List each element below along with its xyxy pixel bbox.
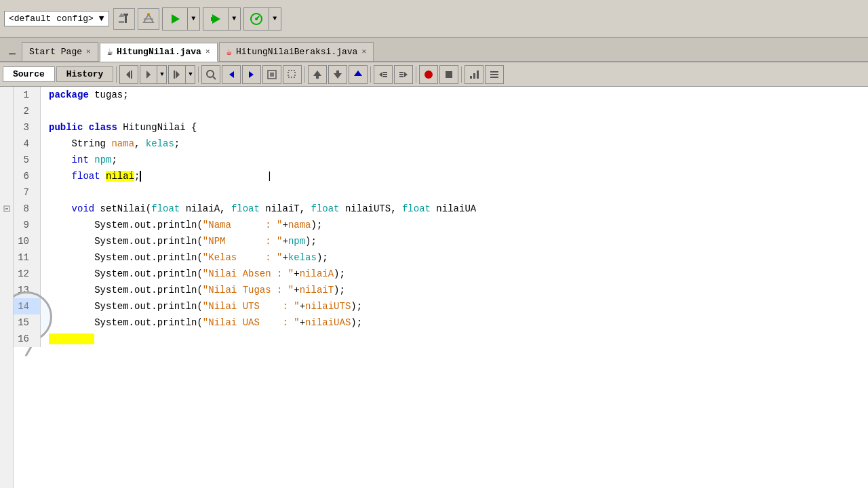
record-button[interactable]: [419, 65, 438, 84]
svg-rect-44: [5, 208, 8, 209]
svg-marker-1: [119, 13, 124, 17]
svg-rect-25: [336, 70, 339, 73]
code-line-6: 6 float nilai; |: [14, 168, 868, 184]
code-line-2: 2: [14, 103, 868, 119]
svg-point-35: [425, 70, 433, 79]
debug-button[interactable]: [203, 8, 228, 30]
code-line-11: 11 System.out.println("Kelas : "+kelas);: [14, 249, 868, 266]
svg-marker-12: [146, 70, 151, 79]
tab-start-page[interactable]: Start Page ✕: [22, 42, 98, 61]
code-line-10: 10 System.out.println("NPM : "+npm);: [14, 233, 868, 249]
editor-area: 1 package tugas; 2 3 public class Hitung…: [0, 87, 868, 488]
svg-rect-36: [446, 71, 452, 78]
code-line-4: 4 String nama, kelas;: [14, 136, 868, 152]
code-line-16: 16: [14, 331, 868, 347]
tab-hitungnilaiberaksi-icon: ☕: [226, 46, 232, 58]
code-line-15: 15 System.out.println("Nilai UAS : "+nil…: [14, 314, 868, 331]
left-gutter: [0, 87, 14, 488]
config-label: <default config>: [9, 14, 94, 24]
config-dropdown[interactable]: <default config> ▼: [4, 11, 109, 26]
code-line-12: 12 System.out.println("Nilai Absen : "+n…: [14, 266, 868, 282]
run-button[interactable]: [163, 8, 187, 30]
source-tab[interactable]: Source: [3, 66, 55, 82]
code-line-8: 8 void setNilai(float nilaiA, float nila…: [14, 201, 868, 217]
svg-rect-39: [477, 70, 479, 79]
forward-button[interactable]: ▼: [168, 65, 195, 84]
svg-marker-6: [212, 14, 220, 24]
member-down-button[interactable]: [328, 65, 347, 84]
run-dropdown[interactable]: ▼: [187, 8, 199, 30]
chart-button[interactable]: [465, 65, 484, 84]
svg-rect-37: [470, 76, 472, 79]
tab-hitungnilaiberaksi[interactable]: ☕ HitungNilaiBeraksi.java ✕: [219, 42, 374, 61]
left-arrow-button[interactable]: [222, 65, 241, 84]
dropdown-arrow: ▼: [99, 14, 104, 24]
svg-marker-27: [379, 72, 382, 77]
toggle-button[interactable]: [262, 65, 281, 84]
svg-marker-17: [229, 71, 234, 78]
select-button[interactable]: [283, 65, 302, 84]
svg-rect-34: [399, 76, 403, 77]
svg-rect-30: [383, 76, 387, 77]
svg-marker-24: [334, 73, 342, 79]
svg-rect-3: [123, 14, 128, 16]
svg-rect-32: [399, 72, 403, 73]
tab-start-label: Start Page: [29, 47, 82, 57]
right-arrow-button[interactable]: [242, 65, 261, 84]
forward-split-button[interactable]: ▼: [140, 65, 167, 84]
collapse-panel-button[interactable]: —: [5, 47, 19, 61]
svg-rect-40: [490, 71, 498, 73]
sep3: [304, 66, 305, 83]
history-tab[interactable]: History: [56, 66, 114, 82]
clean-button[interactable]: [138, 8, 159, 30]
override-button[interactable]: [349, 65, 368, 84]
svg-rect-0: [119, 21, 124, 23]
tab-hitungnilai-close[interactable]: ✕: [205, 48, 210, 56]
svg-rect-33: [399, 74, 403, 75]
tab-start-close[interactable]: ✕: [86, 48, 91, 56]
tab-hitungnilai[interactable]: ☕ HitungNilai.java ✕: [100, 43, 218, 62]
tab-hitungnilai-icon: ☕: [107, 46, 113, 58]
code-line-5: 5 int npm;: [14, 152, 868, 168]
svg-rect-29: [383, 74, 387, 75]
code-line-9: 9 System.out.println("Nama : "+nama);: [14, 217, 868, 233]
svg-rect-21: [288, 70, 295, 77]
toolbar: <default config> ▼ ▼ ▼: [0, 0, 868, 38]
sep5: [416, 66, 416, 83]
sep2: [198, 66, 199, 83]
stop-button[interactable]: [439, 65, 458, 84]
svg-rect-13: [174, 70, 175, 79]
sep6: [461, 66, 462, 83]
svg-rect-7: [211, 17, 213, 21]
svg-marker-18: [249, 71, 254, 78]
build-button[interactable]: [113, 8, 135, 30]
collapse-line8[interactable]: [0, 201, 13, 217]
indent-left-button[interactable]: [374, 65, 393, 84]
code-editor[interactable]: 1 package tugas; 2 3 public class Hitung…: [14, 87, 868, 488]
svg-marker-14: [176, 70, 180, 79]
svg-rect-20: [270, 73, 274, 77]
svg-point-9: [255, 18, 258, 20]
code-line-13: 13 System.out.println("Nilai Tugas : "+n…: [14, 282, 868, 298]
svg-marker-22: [313, 70, 321, 76]
svg-rect-11: [131, 70, 132, 79]
svg-rect-38: [473, 73, 475, 79]
profile-dropdown[interactable]: ▼: [269, 8, 281, 30]
debug-dropdown[interactable]: ▼: [228, 8, 240, 30]
svg-marker-10: [126, 70, 130, 79]
svg-point-15: [207, 70, 214, 77]
svg-marker-26: [354, 70, 362, 76]
list-button[interactable]: [485, 65, 504, 84]
tab-hitungnilai-label: HitungNilai.java: [117, 47, 201, 57]
member-up-button[interactable]: [308, 65, 327, 84]
code-line-1: 1 package tugas;: [14, 87, 868, 103]
svg-rect-42: [490, 77, 498, 78]
search-button[interactable]: [201, 65, 220, 84]
profile-button[interactable]: [244, 8, 269, 30]
indent-right-button[interactable]: [394, 65, 413, 84]
back-button[interactable]: [119, 65, 138, 84]
tab-hitungnilaiberaksi-close[interactable]: ✕: [361, 48, 366, 56]
svg-rect-23: [316, 76, 319, 79]
svg-rect-28: [383, 72, 387, 73]
svg-marker-31: [404, 72, 408, 77]
